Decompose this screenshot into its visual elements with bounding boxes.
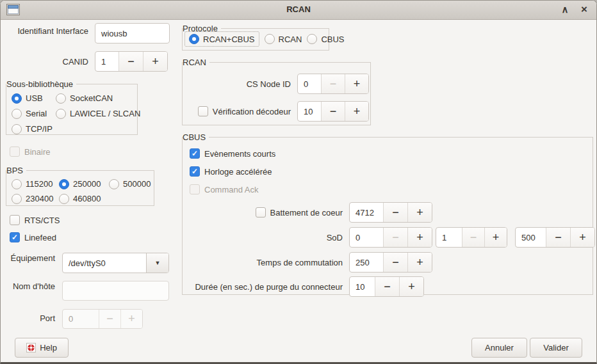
equipement-value[interactable]: /dev/ttyS0: [63, 253, 146, 273]
bps-legend: BPS: [6, 165, 26, 177]
radio-230400-dot[interactable]: [12, 194, 22, 204]
sod-value-3[interactable]: 500: [516, 228, 546, 247]
interface-input[interactable]: wiousb: [95, 23, 170, 44]
radio-serial-dot[interactable]: [12, 109, 22, 119]
rtscts-checkbox[interactable]: RTS/CTS: [10, 214, 60, 226]
plus-icon[interactable]: +: [407, 253, 432, 272]
sublib-legend: Sous-bibliothèque: [6, 79, 76, 90]
interface-label: Identifiant Interface: [3, 26, 88, 37]
radio-lawicel-dot[interactable]: [56, 109, 66, 119]
port-spinner: 0 − +: [62, 309, 143, 329]
radio-tcpip[interactable]: TCP/IP: [12, 123, 53, 134]
heartbeat-checkbox[interactable]: Battement de coeur: [183, 207, 343, 218]
help-button-label: Help: [40, 343, 57, 352]
switch-time-value[interactable]: 250: [350, 253, 383, 272]
radio-usb-dot[interactable]: [12, 93, 22, 104]
interface-value: wiousb: [101, 29, 127, 38]
radio-460800-dot[interactable]: [59, 194, 69, 204]
window-title: RCAN: [1, 4, 596, 14]
radio-115200[interactable]: 115200: [12, 178, 53, 189]
sod-value-1[interactable]: 0: [350, 228, 383, 247]
radio-250000[interactable]: 250000: [59, 178, 101, 189]
chevron-down-icon[interactable]: ▼: [146, 253, 168, 273]
radio-cbus-dot[interactable]: [307, 34, 317, 44]
shade-icon[interactable]: ∧: [559, 2, 571, 17]
short-events-checkbox-box[interactable]: ✓: [190, 148, 200, 159]
plus-icon[interactable]: +: [143, 52, 167, 71]
radio-500000[interactable]: 500000: [109, 178, 151, 189]
radio-lawicel[interactable]: LAWICEL / SLCAN: [56, 108, 140, 119]
plus-icon[interactable]: +: [345, 102, 368, 121]
purge-value[interactable]: 10: [350, 277, 375, 296]
radio-rcan-dot[interactable]: [265, 34, 275, 44]
canid-value[interactable]: 1: [95, 52, 119, 71]
minus-icon: −: [383, 228, 407, 247]
radio-serial[interactable]: Serial: [12, 108, 47, 119]
equipement-label: Équipement: [3, 253, 55, 264]
radio-rcan-cbus[interactable]: RCAN+CBUS: [184, 31, 259, 47]
verification-value[interactable]: 10: [298, 102, 321, 121]
binaire-checkbox-box: [10, 146, 20, 157]
close-icon[interactable]: ×: [578, 2, 590, 17]
cancel-button-label: Annuler: [485, 343, 514, 352]
plus-icon[interactable]: +: [484, 228, 507, 247]
binaire-checkbox: Binaire: [10, 146, 50, 157]
sod-spinner-2: 1 − +: [436, 227, 507, 248]
radio-115200-dot[interactable]: [12, 179, 22, 189]
radio-socketcan[interactable]: SocketCAN: [56, 93, 113, 104]
plus-icon: +: [120, 310, 142, 328]
plus-icon[interactable]: +: [570, 228, 594, 247]
minus-icon[interactable]: −: [375, 277, 399, 296]
cs-node-value[interactable]: 0: [298, 74, 321, 93]
minus-icon[interactable]: −: [119, 52, 143, 71]
check-icon: ✓: [192, 168, 198, 175]
radio-460800[interactable]: 460800: [59, 193, 101, 204]
rcan-dialog: RCAN ∧ × Identifiant Interface wiousb CA…: [0, 0, 597, 364]
short-events-checkbox[interactable]: ✓ Evènements courts: [190, 148, 275, 159]
fast-clock-checkbox-box[interactable]: ✓: [190, 166, 200, 177]
radio-rcan[interactable]: RCAN: [265, 34, 302, 45]
plus-icon[interactable]: +: [399, 277, 423, 296]
minus-icon: −: [321, 74, 345, 93]
ok-button[interactable]: Valider: [530, 338, 582, 358]
cancel-button[interactable]: Annuler: [471, 338, 527, 358]
radio-usb[interactable]: USB: [12, 93, 43, 104]
radio-230400[interactable]: 230400: [12, 193, 53, 204]
minus-icon[interactable]: −: [321, 102, 345, 121]
radio-rcan-cbus-dot[interactable]: [189, 34, 199, 44]
protocole-frame: Protocole RCAN+CBUS RCAN CBUS: [182, 28, 329, 51]
plus-icon[interactable]: +: [407, 203, 432, 222]
titlebar: RCAN ∧ ×: [1, 1, 596, 20]
radio-500000-dot[interactable]: [109, 179, 119, 189]
purge-label: Durée (en sec.) de purge du connecteur: [183, 282, 343, 292]
rtscts-checkbox-box[interactable]: [10, 215, 20, 225]
radio-250000-dot[interactable]: [59, 179, 69, 189]
minus-icon[interactable]: −: [383, 203, 407, 222]
cs-node-spinner: 0 − +: [297, 74, 369, 94]
fast-clock-checkbox[interactable]: ✓ Horloge accélérée: [190, 166, 272, 177]
help-button[interactable]: Help: [15, 338, 69, 358]
plus-icon[interactable]: +: [407, 228, 432, 247]
cs-node-label: CS Node ID: [188, 79, 291, 89]
check-icon: ✓: [12, 233, 18, 241]
minus-icon[interactable]: −: [546, 228, 570, 247]
equipement-combobox[interactable]: /dev/ttyS0 ▼: [62, 253, 169, 273]
verification-checkbox-box[interactable]: [198, 106, 208, 116]
sod-spinner-3: 500 − +: [515, 227, 595, 248]
radio-tcpip-dot[interactable]: [12, 124, 22, 134]
cbus-legend: CBUS: [183, 132, 209, 143]
plus-icon[interactable]: +: [345, 74, 368, 93]
port-label: Port: [3, 313, 55, 324]
linefeed-checkbox[interactable]: ✓ Linefeed: [10, 232, 56, 243]
heartbeat-checkbox-box[interactable]: [256, 207, 266, 218]
hostname-label: Nom d'hôte: [3, 281, 55, 292]
minus-icon[interactable]: −: [383, 253, 407, 272]
heartbeat-value[interactable]: 4712: [350, 203, 383, 222]
check-icon: ✓: [192, 150, 198, 157]
linefeed-checkbox-box[interactable]: ✓: [10, 232, 20, 242]
radio-cbus[interactable]: CBUS: [307, 34, 344, 45]
purge-spinner: 10 − +: [349, 276, 424, 297]
radio-socketcan-dot[interactable]: [56, 93, 66, 104]
sod-value-2[interactable]: 1: [436, 228, 462, 247]
verification-checkbox[interactable]: Vérification décodeur: [188, 106, 291, 116]
